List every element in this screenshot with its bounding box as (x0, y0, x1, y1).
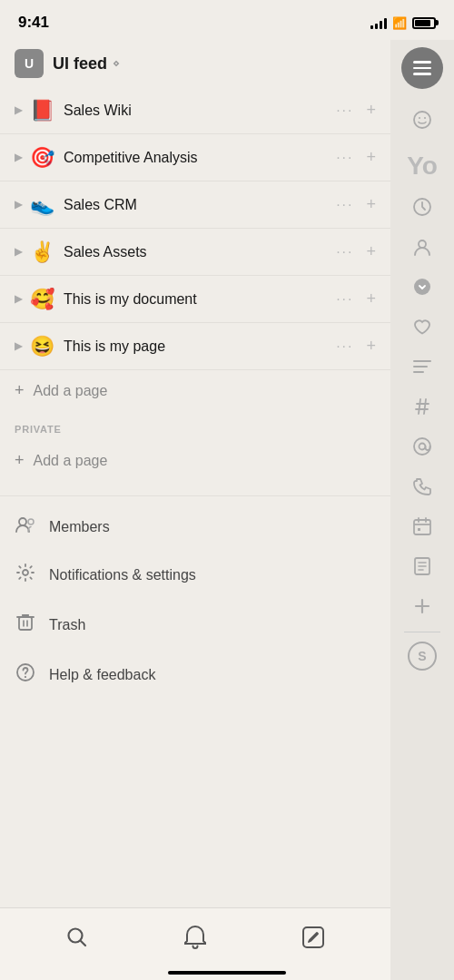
more-icon[interactable]: ··· (336, 103, 353, 119)
wifi-icon: 📶 (392, 16, 407, 30)
help-icon (15, 662, 36, 687)
expand-icon: ▶ (15, 152, 22, 163)
add-page-label: Add a page (34, 383, 108, 399)
add-child-icon[interactable]: + (366, 242, 376, 261)
trash-icon (15, 612, 36, 637)
trash-button[interactable]: Trash (0, 600, 390, 650)
phone-icon[interactable] (406, 470, 439, 503)
svg-point-12 (419, 240, 426, 248)
document-icon[interactable] (406, 550, 439, 583)
page-item[interactable]: ▶ 📕 Sales Wiki ··· + (0, 87, 390, 134)
members-button[interactable]: Members (0, 504, 390, 550)
page-emoji: 🥰 (29, 288, 54, 311)
page-title: Sales Assets (64, 244, 336, 260)
compose-tab[interactable] (291, 915, 336, 960)
add-icon[interactable] (406, 590, 439, 622)
svg-point-15 (419, 444, 426, 450)
svg-point-1 (28, 519, 34, 524)
workspace-mini-icon[interactable]: S (408, 642, 437, 671)
page-item[interactable]: ▶ 😆 This is my page ··· + (0, 323, 390, 370)
status-icons: 📶 (370, 16, 436, 30)
svg-rect-17 (418, 528, 420, 531)
help-feedback-button[interactable]: Help & feedback (0, 650, 390, 700)
svg-point-0 (19, 518, 26, 525)
members-label: Members (49, 519, 110, 535)
trash-label: Trash (49, 617, 85, 633)
page-actions: ··· + (336, 337, 376, 356)
page-title: Sales Wiki (64, 103, 336, 119)
help-feedback-label: Help & feedback (49, 667, 155, 683)
add-child-icon[interactable]: + (366, 148, 376, 167)
left-panel: U UI feed ⋄ ▶ 📕 Sales Wiki ··· + ▶ 🎯 (0, 40, 390, 980)
svg-point-5 (25, 677, 26, 678)
page-actions: ··· + (336, 289, 376, 309)
pages-list: ▶ 📕 Sales Wiki ··· + ▶ 🎯 Competitive Ana… (0, 87, 390, 907)
plus-icon: + (15, 381, 25, 400)
more-icon[interactable]: ··· (336, 197, 353, 213)
person-icon[interactable] (406, 230, 439, 263)
at-icon[interactable] (406, 430, 439, 463)
calendar-icon[interactable] (406, 510, 439, 543)
add-child-icon[interactable]: + (366, 337, 376, 356)
bottom-actions: Members Notifications & settings (0, 495, 390, 707)
menu-button[interactable] (401, 47, 443, 89)
page-emoji: 😆 (29, 335, 54, 358)
dropdown-icon[interactable] (406, 270, 439, 303)
notifications-settings-label: Notifications & settings (49, 567, 196, 583)
page-item[interactable]: ▶ 👟 Sales CRM ··· + (0, 181, 390, 229)
page-title: Sales CRM (64, 197, 336, 213)
page-emoji: 👟 (29, 193, 54, 217)
expand-icon: ▶ (15, 246, 22, 258)
page-emoji: ✌️ (29, 240, 54, 264)
battery-icon (412, 17, 436, 29)
hash-icon[interactable] (406, 390, 439, 423)
right-panel: Yo (390, 40, 454, 980)
more-icon[interactable]: ··· (336, 150, 353, 166)
divider (404, 632, 440, 632)
page-item[interactable]: ▶ ✌️ Sales Assets ··· + (0, 229, 390, 276)
home-indicator (168, 971, 286, 975)
hamburger-icon (413, 61, 431, 75)
add-page-button[interactable]: + Add a page (0, 370, 390, 411)
notifications-settings-button[interactable]: Notifications & settings (0, 550, 390, 600)
svg-point-8 (414, 112, 430, 128)
svg-point-13 (414, 279, 430, 295)
page-title: Competitive Analysis (64, 150, 336, 166)
expand-icon: ▶ (15, 104, 22, 116)
tab-bar (0, 907, 390, 980)
add-child-icon[interactable]: + (366, 195, 376, 214)
add-child-icon[interactable]: + (366, 289, 376, 309)
svg-point-9 (419, 117, 420, 119)
plus-icon: + (15, 451, 25, 470)
workspace-icon: U (15, 49, 44, 78)
page-actions: ··· + (336, 195, 376, 214)
svg-point-14 (414, 438, 430, 455)
status-bar: 9:41 📶 (0, 0, 454, 40)
more-icon[interactable]: ··· (336, 291, 353, 308)
emoji-icon[interactable] (406, 103, 439, 136)
search-tab[interactable] (54, 915, 100, 960)
add-child-icon[interactable]: + (366, 101, 376, 120)
lines-icon[interactable] (406, 350, 439, 383)
more-icon[interactable]: ··· (336, 338, 353, 355)
add-private-page-button[interactable]: + Add a page (0, 440, 390, 481)
yo-label: Yo (407, 147, 438, 180)
private-section-label: PRIVATE (0, 411, 390, 440)
page-item[interactable]: ▶ 🎯 Competitive Analysis ··· + (0, 134, 390, 181)
workspace-title: UI feed ⋄ (53, 54, 120, 74)
page-item[interactable]: ▶ 🥰 This is my document ··· + (0, 276, 390, 323)
page-title: This is my page (64, 338, 336, 355)
gear-icon (15, 563, 36, 587)
svg-point-10 (424, 117, 426, 119)
notifications-tab[interactable] (173, 915, 218, 960)
svg-point-2 (23, 570, 28, 575)
add-page-label: Add a page (34, 453, 108, 469)
expand-icon: ▶ (15, 199, 22, 211)
heart-icon[interactable] (406, 310, 439, 343)
workspace-header[interactable]: U UI feed ⋄ (0, 40, 390, 87)
clock-icon[interactable] (406, 191, 439, 223)
page-actions: ··· + (336, 242, 376, 261)
main-container: U UI feed ⋄ ▶ 📕 Sales Wiki ··· + ▶ 🎯 (0, 40, 454, 980)
more-icon[interactable]: ··· (336, 244, 353, 260)
page-title: This is my document (64, 291, 336, 308)
